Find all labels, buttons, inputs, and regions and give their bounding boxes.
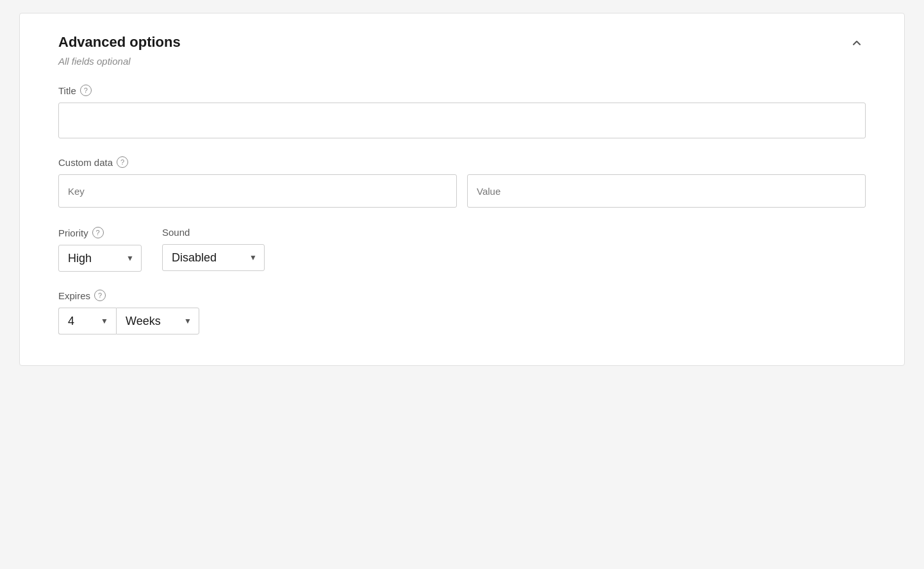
priority-label: Priority [58,227,88,238]
expires-label: Expires [58,290,90,301]
custom-data-help-icon[interactable]: ? [117,156,128,168]
title-input[interactable] [58,103,866,138]
priority-group: Priority ? Default Low Normal High ▼ [58,227,142,272]
chevron-up-icon [850,37,863,49]
custom-data-row [58,174,866,208]
custom-data-value-input[interactable] [467,174,866,208]
sound-label-row: Sound [162,227,265,238]
expires-unit-select[interactable]: Minutes Hours Days Weeks [116,308,199,334]
sound-select[interactable]: Default Disabled Enabled [162,244,265,271]
expires-help-icon[interactable]: ? [94,290,106,301]
sound-label: Sound [162,227,190,238]
priority-sound-row: Priority ? Default Low Normal High ▼ Sou… [58,227,866,272]
title-label: Title [58,85,76,96]
custom-data-label-row: Custom data ? [58,156,866,168]
title-label-row: Title ? [58,85,866,96]
sound-select-wrapper: Default Disabled Enabled ▼ [162,244,265,271]
priority-help-icon[interactable]: ? [92,227,104,238]
section-title: Advanced options [58,34,181,51]
section-header: Advanced options [58,34,866,52]
expires-label-row: Expires ? [58,290,866,301]
expires-group: Expires ? 1 2 3 4 5 6 7 8 ▼ Minutes [58,290,866,334]
expires-row: 1 2 3 4 5 6 7 8 ▼ Minutes Hours Days Wee… [58,308,866,334]
collapse-button[interactable] [848,34,866,52]
advanced-options-panel: Advanced options All fields optional Tit… [19,13,905,366]
priority-label-row: Priority ? [58,227,142,238]
expires-num-select[interactable]: 1 2 3 4 5 6 7 8 [58,308,116,334]
expires-unit-select-wrapper: Minutes Hours Days Weeks ▼ [116,308,199,334]
priority-select[interactable]: Default Low Normal High [58,245,142,272]
expires-num-select-wrapper: 1 2 3 4 5 6 7 8 ▼ [58,308,116,334]
sound-group: Sound Default Disabled Enabled ▼ [162,227,265,272]
custom-data-label: Custom data [58,157,113,168]
title-help-icon[interactable]: ? [80,85,92,96]
custom-data-key-input[interactable] [58,174,457,208]
priority-select-wrapper: Default Low Normal High ▼ [58,245,142,272]
subtitle-text: All fields optional [58,56,866,67]
